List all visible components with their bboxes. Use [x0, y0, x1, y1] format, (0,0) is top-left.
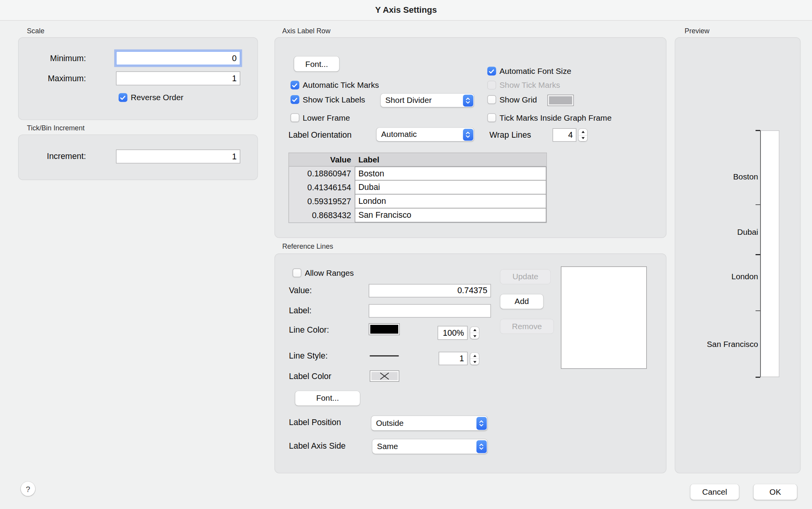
- wrap-lines-label: Wrap Lines: [489, 130, 531, 140]
- checkbox-checked-icon: [487, 67, 496, 75]
- wrap-lines-input[interactable]: 4: [553, 128, 577, 142]
- tick-label-style-select[interactable]: Short Divider: [380, 94, 474, 107]
- maximum-input[interactable]: 1: [116, 72, 240, 85]
- stepper-up-button[interactable]: [470, 327, 479, 333]
- ref-value-input[interactable]: 0.74375: [369, 284, 491, 297]
- automatic-tick-marks-checkbox[interactable]: Automatic Tick Marks: [291, 81, 379, 90]
- table-row: 0.18860947 Boston: [289, 167, 546, 181]
- preview-label-1: Dubai: [737, 228, 758, 237]
- automatic-font-size-label: Automatic Font Size: [500, 67, 572, 76]
- maximum-label: Maximum:: [29, 74, 86, 83]
- tick-marks-inside-label: Tick Marks Inside Graph Frame: [500, 113, 612, 122]
- preview-labels: Boston Dubai London San Francisco: [670, 130, 758, 377]
- line-opacity-input[interactable]: 100%: [438, 326, 468, 340]
- triangle-up-icon: [473, 355, 476, 357]
- label-orientation-select[interactable]: Automatic: [377, 128, 474, 141]
- line-color-well[interactable]: [369, 323, 400, 335]
- stepper-down-button[interactable]: [470, 333, 479, 339]
- value-column-header: Value: [289, 155, 355, 164]
- preview-label-3: San Francisco: [707, 340, 758, 349]
- ref-value-label: Value:: [289, 286, 312, 295]
- stepper-up-button[interactable]: [579, 129, 588, 135]
- chevron-up-down-icon: [476, 417, 487, 429]
- show-grid-checkbox[interactable]: Show Grid: [487, 95, 537, 104]
- label-cell[interactable]: London: [355, 194, 546, 208]
- font-button[interactable]: Font...: [294, 56, 339, 72]
- label-color-well[interactable]: [370, 371, 399, 382]
- minimum-input[interactable]: 0: [116, 51, 240, 65]
- triangle-down-icon: [473, 335, 476, 337]
- value-cell[interactable]: 0.8683432: [289, 208, 355, 222]
- show-tick-labels-label: Show Tick Labels: [303, 95, 365, 104]
- increment-input[interactable]: 1: [116, 150, 240, 164]
- chevron-up-down-icon: [463, 128, 473, 140]
- stepper-down-button[interactable]: [579, 135, 588, 141]
- minimum-label: Minimum:: [29, 54, 86, 63]
- ok-button[interactable]: OK: [754, 484, 797, 500]
- font-button-reference[interactable]: Font...: [295, 391, 360, 405]
- label-orientation-label: Label Orientation: [288, 130, 351, 140]
- show-tick-labels-checkbox[interactable]: Show Tick Labels: [291, 95, 365, 104]
- label-axis-side-select[interactable]: Same: [372, 439, 487, 453]
- cancel-button[interactable]: Cancel: [690, 484, 739, 500]
- allow-ranges-checkbox[interactable]: Allow Ranges: [293, 268, 354, 277]
- label-position-select[interactable]: Outside: [371, 416, 487, 430]
- label-color-label: Label Color: [289, 372, 331, 381]
- show-grid-label: Show Grid: [500, 95, 537, 104]
- value-cell[interactable]: 0.41346154: [289, 181, 355, 195]
- checkbox-disabled-icon: [487, 81, 496, 89]
- wrap-lines-stepper[interactable]: [579, 129, 588, 141]
- help-button[interactable]: ?: [21, 482, 35, 496]
- label-axis-side-value: Same: [377, 442, 398, 451]
- checkbox-checked-icon: [291, 81, 299, 89]
- remove-button: Remove: [500, 319, 554, 333]
- ref-label-input[interactable]: [369, 304, 491, 318]
- triangle-down-icon: [473, 361, 476, 363]
- line-style-label: Line Style:: [289, 351, 328, 360]
- preview-section-label: Preview: [685, 27, 709, 35]
- automatic-font-size-checkbox[interactable]: Automatic Font Size: [487, 67, 571, 76]
- value-cell[interactable]: 0.59319527: [289, 195, 355, 208]
- label-position-value: Outside: [376, 418, 403, 428]
- triangle-up-icon: [473, 329, 476, 331]
- dialog-title: Y Axis Settings: [375, 5, 437, 15]
- line-style-sample[interactable]: [370, 355, 399, 357]
- line-width-input[interactable]: 1: [439, 352, 468, 365]
- table-row: 0.59319527 London: [289, 195, 546, 208]
- show-tick-marks-label: Show Tick Marks: [500, 80, 560, 90]
- update-button: Update: [500, 270, 551, 284]
- automatic-tick-marks-label: Automatic Tick Marks: [303, 80, 379, 90]
- stepper-down-button[interactable]: [470, 359, 479, 365]
- title-bar: Y Axis Settings: [0, 0, 812, 20]
- reference-lines-list[interactable]: [561, 266, 647, 369]
- triangle-down-icon: [581, 137, 584, 139]
- tick-bin-section-label: Tick/Bin Increment: [27, 124, 85, 132]
- value-cell[interactable]: 0.18860947: [289, 167, 355, 181]
- label-cell[interactable]: Boston: [355, 167, 546, 181]
- allow-ranges-label: Allow Ranges: [305, 268, 354, 277]
- label-cell[interactable]: San Francisco: [355, 208, 546, 222]
- grid-color-swatch: [549, 96, 572, 104]
- line-color-swatch: [370, 325, 398, 334]
- checkbox-unchecked-icon: [487, 113, 496, 122]
- reverse-order-label: Reverse Order: [131, 93, 183, 102]
- reverse-order-checkbox[interactable]: Reverse Order: [118, 93, 183, 102]
- lower-frame-checkbox[interactable]: Lower Frame: [291, 113, 350, 122]
- add-button[interactable]: Add: [500, 294, 543, 309]
- grid-color-well[interactable]: [547, 95, 574, 106]
- scale-section-label: Scale: [27, 27, 45, 35]
- label-cell[interactable]: Dubai: [355, 180, 546, 194]
- axis-label-row-section-label: Axis Label Row: [282, 27, 330, 35]
- chevron-up-down-icon: [463, 94, 473, 106]
- tick-marks-inside-checkbox[interactable]: Tick Marks Inside Graph Frame: [487, 113, 612, 122]
- table-row: 0.8683432 San Francisco: [289, 208, 546, 222]
- checkbox-unchecked-icon: [291, 113, 299, 122]
- line-width-stepper[interactable]: [470, 353, 479, 365]
- line-color-label: Line Color:: [289, 325, 329, 335]
- stepper-up-button[interactable]: [470, 353, 479, 359]
- show-tick-marks-checkbox: Show Tick Marks: [487, 81, 560, 90]
- tick-label-style-value: Short Divider: [385, 96, 432, 105]
- checkbox-unchecked-icon: [487, 95, 496, 104]
- line-opacity-stepper[interactable]: [470, 327, 479, 339]
- triangle-up-icon: [581, 131, 584, 133]
